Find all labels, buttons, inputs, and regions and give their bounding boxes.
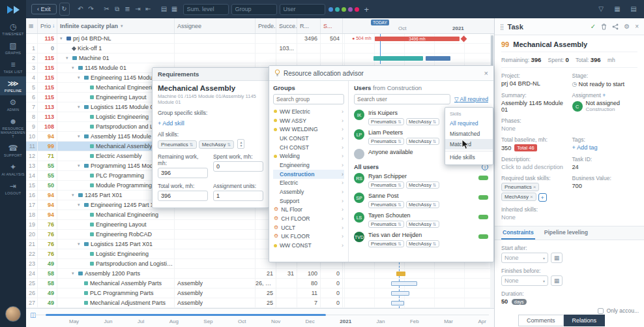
tab-pipeline-leveling[interactable]: Pipeline leveling <box>543 226 589 240</box>
user-item-ties-van-der-heijden[interactable]: TVDTies van der HeijdenPneumatics ⇅MechA… <box>354 230 488 249</box>
expand-caret[interactable]: ▾ <box>66 55 70 61</box>
column-header-index[interactable]: ▦ <box>26 18 38 33</box>
project-color-dot[interactable] <box>348 7 353 12</box>
description-value[interactable]: Click to add description <box>501 164 567 170</box>
tab-constraints[interactable]: Constraints <box>501 226 535 240</box>
group-item-assembly[interactable]: Assembly› <box>273 187 344 196</box>
skills-menu-item-all-required[interactable]: All required <box>445 118 493 129</box>
sidebar-item-resource-management[interactable]: ☻RESOURCE MANAGEMENT <box>0 114 26 141</box>
group-item-uk-const[interactable]: UK CONST› <box>273 134 344 143</box>
user-item-tayen-schouten[interactable]: LSTayen SchoutenPneumatics ⇅MechAssy ⇅ <box>354 210 488 230</box>
expand-caret[interactable]: ▾ <box>78 134 82 139</box>
required-skill-chip-pneumatics[interactable]: Pneumatics × <box>501 183 539 191</box>
sidebar-item-pipeline[interactable]: ⋙PIPELINE <box>0 76 26 95</box>
sum-level-filter-input[interactable] <box>183 4 229 15</box>
group-item-support[interactable]: Support› <box>273 196 344 206</box>
expand-caret[interactable]: ▾ <box>78 202 82 208</box>
complete-task-icon[interactable]: ✓ <box>591 23 596 30</box>
advisor-modal-header[interactable]: Resource allocation advisor × <box>269 66 493 81</box>
project-color-dot[interactable] <box>329 7 333 12</box>
undo-icon[interactable]: ↶ <box>76 3 86 15</box>
group-item-uclt[interactable]: ⚙UCLT› <box>273 223 344 232</box>
task-row-27[interactable]: 2749Mechanical Adjustment PartsAssembly2… <box>26 298 494 308</box>
outdent-icon[interactable]: ⇤ <box>143 3 154 15</box>
skills-filter-link[interactable]: ▽ All required <box>454 96 488 102</box>
column-header-predecessors[interactable]: Prede... <box>256 18 276 33</box>
gantt-bar[interactable]: 3496 mh <box>375 37 460 41</box>
task-row-26[interactable]: 2649PLC Programming PartsAssembly25110 <box>26 288 494 298</box>
group-item-electric[interactable]: Electric› <box>273 179 344 188</box>
gantt-bar[interactable] <box>426 56 450 61</box>
sidebar-item-graphs[interactable]: ▧GRAPHS <box>0 39 26 57</box>
column-header-prio[interactable]: Prio↓ <box>38 18 57 33</box>
skills-menu-item-hide-skills[interactable]: Hide skills <box>445 151 493 163</box>
gantt-bar[interactable] <box>373 56 423 61</box>
skill-stepper[interactable]: ▲▼ <box>237 139 244 149</box>
finish-before-calendar-icon[interactable]: ▦ <box>551 275 563 286</box>
phases-value[interactable]: None <box>501 125 567 132</box>
assignment-units-input[interactable] <box>213 191 263 201</box>
group-item-ww-electric[interactable]: WW Electric› <box>273 107 344 116</box>
gantt-timeline-header[interactable]: TODAY Oct2021 <box>343 18 494 33</box>
sidebar-item-task-list[interactable]: ≡TASK LIST <box>0 57 26 76</box>
task-row-2[interactable]: 2115▾Machine 01 <box>26 54 494 63</box>
add-assignment-button[interactable]: + <box>602 92 606 99</box>
expand-caret[interactable]: ▾ <box>72 65 76 70</box>
column-header-spent[interactable]: S... <box>321 18 343 33</box>
sidebar-item-ai-analysis[interactable]: ✦AI ANALYSIS <box>0 160 26 179</box>
column-header-assignee[interactable]: Assignee <box>175 18 256 33</box>
user-item-ryan-schipper[interactable]: RSRyan SchipperPneumatics ⇅MechAssy ⇅ <box>354 171 488 191</box>
expand-caret[interactable]: ▾ <box>78 104 82 110</box>
group-item-ch-const[interactable]: CH CONST› <box>273 143 344 152</box>
baseline-icon[interactable]: ▦ <box>169 3 180 15</box>
timeline-scroll-handle[interactable] <box>46 314 326 316</box>
expand-caret[interactable]: ▾ <box>78 75 82 80</box>
filter-icon[interactable]: ▽ <box>596 3 606 15</box>
project-color-dot[interactable] <box>355 7 359 12</box>
cut-icon[interactable]: ✂ <box>102 3 112 15</box>
tab-comments[interactable]: Comments <box>518 315 564 326</box>
project-color-dot[interactable] <box>342 7 346 12</box>
remaining-work-mh-input[interactable] <box>158 168 208 178</box>
panel-drag-handle[interactable]: ⣿ <box>500 23 505 30</box>
expand-caret[interactable]: ▾ <box>72 271 76 276</box>
skill-chip-mechassy[interactable]: MechAssy ⇅ <box>199 140 235 149</box>
sidebar-item-timesheet[interactable]: ◷TIMESHEET <box>0 20 26 39</box>
delete-task-icon[interactable] <box>601 23 607 30</box>
add-skill-link[interactable]: + Add skill <box>158 120 263 127</box>
add-skill-button[interactable]: + <box>538 193 547 202</box>
skills-menu-item-matched[interactable]: Matched <box>445 139 493 149</box>
exit-button[interactable]: ‹ Exit <box>31 4 57 14</box>
refresh-icon[interactable]: ↻ <box>59 3 70 16</box>
group-filter-input[interactable] <box>231 4 277 15</box>
group-search-input[interactable] <box>273 94 344 104</box>
add-tag-button[interactable]: + Add tag <box>572 144 638 151</box>
group-item-ww-const[interactable]: WW CONST› <box>273 241 344 250</box>
column-header-remaining[interactable]: R... <box>297 18 321 33</box>
assignment-value[interactable]: C Not assignedConstruction <box>572 101 638 112</box>
only-account-checkbox[interactable]: Only accou... <box>598 307 639 314</box>
chart-icon[interactable]: ▤ <box>159 3 169 15</box>
settings-icon[interactable]: ⚙ <box>624 23 630 30</box>
spent-work-mh-input[interactable] <box>213 161 263 172</box>
remove-skill-icon[interactable]: × <box>530 194 533 200</box>
group-item-construction[interactable]: Construction› <box>273 170 344 179</box>
total-work-mh-input[interactable] <box>158 191 208 201</box>
finish-before-select[interactable]: None▾ <box>501 275 548 286</box>
task-row-1[interactable]: 10Kick-off 1103... <box>26 44 494 54</box>
user-filter-input[interactable] <box>280 4 325 15</box>
gantt-bar[interactable] <box>391 291 409 296</box>
requirements-modal-header[interactable]: Requirements <box>153 68 269 81</box>
plan-selector[interactable]: Infinite capacity plan▾ <box>57 18 175 33</box>
skills-menu-item-mismatched[interactable]: Mismatched <box>445 129 493 139</box>
copy-icon[interactable]: ⧉ <box>112 3 123 15</box>
required-skill-chip-mechassy[interactable]: MechAssy × <box>501 193 536 201</box>
group-item-welding[interactable]: Welding› <box>273 151 344 161</box>
redo-icon[interactable]: ↷ <box>86 3 96 15</box>
indent-icon[interactable]: ⇥ <box>133 3 143 15</box>
gantt-bar[interactable] <box>391 281 417 286</box>
start-after-select[interactable]: None▾ <box>501 253 548 263</box>
group-item-uk-floor[interactable]: ⚙UK FLOOR› <box>273 232 344 241</box>
app-logo-icon[interactable] <box>0 0 26 20</box>
summary-value[interactable]: Assembly 1145 Module 01 <box>501 100 567 113</box>
